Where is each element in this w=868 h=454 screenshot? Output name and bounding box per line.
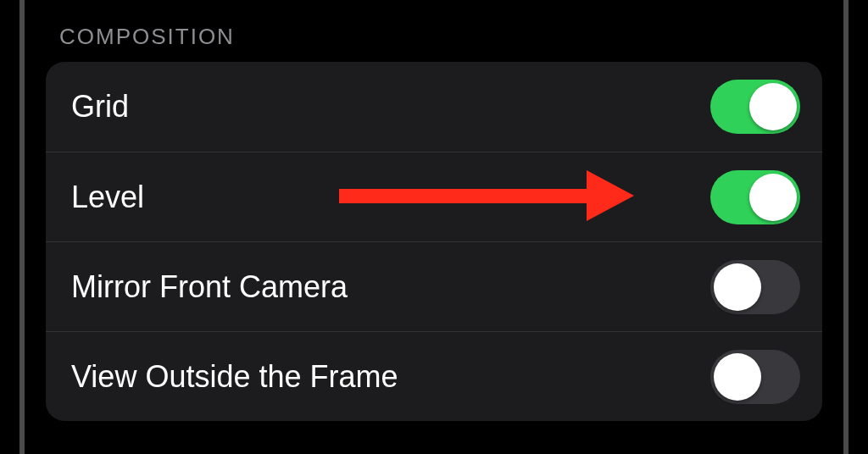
setting-row-view-outside-frame[interactable]: View Outside the Frame (46, 331, 822, 421)
setting-label-level: Level (71, 180, 144, 215)
toggle-level[interactable] (710, 170, 800, 224)
setting-row-grid[interactable]: Grid (46, 62, 822, 152)
toggle-knob (749, 83, 797, 130)
toggle-view-outside-frame[interactable] (710, 350, 800, 404)
settings-group-composition: Grid Level Mirror Front Camera (46, 62, 822, 421)
toggle-knob (714, 353, 761, 401)
toggle-knob (749, 174, 797, 221)
setting-row-level[interactable]: Level (46, 152, 822, 241)
toggle-mirror-front-camera[interactable] (710, 260, 800, 314)
device-frame: COMPOSITION Grid Level Mirror Front Came… (0, 0, 868, 454)
setting-row-mirror-front-camera[interactable]: Mirror Front Camera (46, 241, 822, 331)
setting-label-grid: Grid (71, 89, 129, 125)
setting-label-view-outside-frame: View Outside the Frame (71, 359, 398, 395)
setting-label-mirror-front-camera: Mirror Front Camera (71, 269, 348, 305)
toggle-grid[interactable] (710, 80, 800, 134)
settings-screen: COMPOSITION Grid Level Mirror Front Came… (29, 0, 839, 454)
section-header-composition: COMPOSITION (29, 0, 839, 62)
bezel-right (844, 0, 856, 454)
toggle-knob (714, 263, 761, 311)
bezel-left (12, 0, 24, 454)
